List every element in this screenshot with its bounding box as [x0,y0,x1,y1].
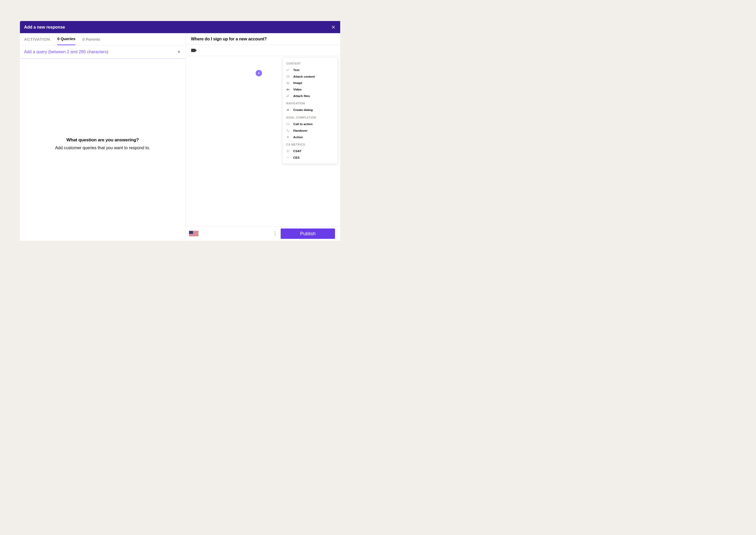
more-options-button[interactable] [274,230,277,237]
text-icon [286,68,290,72]
empty-heading: What question are you answering? [66,137,139,142]
popover-section-content: CONTENT [283,60,338,67]
svg-rect-26 [189,234,198,235]
popover-item-text[interactable]: Text [283,67,338,73]
tabs: ACTIVATION 0 Queries 0 Parents [20,33,186,45]
svg-point-19 [287,150,289,152]
popover-item-label: Call to action [293,122,312,126]
svg-point-15 [288,110,288,110]
video-icon [286,88,290,92]
popover-item-attach-content[interactable]: Attach content [283,73,338,80]
modal-title: Add a new response [24,25,65,30]
add-block-button[interactable] [256,70,262,76]
lightning-icon [286,135,290,139]
popover-item-cta[interactable]: Call to action [283,121,338,127]
popover-item-label: Attach files [293,94,310,98]
add-query-row [20,45,186,59]
empty-sub: Add customer queries that you want to re… [55,145,150,150]
svg-marker-4 [191,49,197,52]
response-body: CONTENT Text Attach content [186,56,340,227]
close-icon [331,25,336,29]
popover-item-action[interactable]: Action [283,134,338,140]
attach-content-icon [286,75,290,78]
popover-section-goal: GOAL COMPLETION [283,113,338,121]
svg-rect-12 [287,89,288,90]
tab-queries[interactable]: 0 Queries [57,37,76,45]
chart-line-icon [286,156,290,159]
locale-flag-us[interactable] [189,231,198,237]
popover-item-video[interactable]: Video [283,86,338,93]
tab-activation[interactable]: ACTIVATION [24,37,50,45]
plus-icon [177,50,181,53]
add-query-input[interactable] [24,49,177,55]
plus-icon [257,71,260,75]
svg-rect-28 [189,236,198,237]
popover-section-cx: CX METRICS [283,140,338,148]
popover-item-label: Create dialog [293,108,313,112]
popover-item-handover[interactable]: Handover [283,127,338,134]
add-query-button[interactable] [177,49,181,54]
tab-parents[interactable]: 0 Parents [82,37,100,45]
image-icon [286,81,290,85]
svg-rect-17 [287,123,288,125]
popover-item-label: Image [293,81,302,85]
svg-rect-10 [287,82,289,84]
right-panel: Where do I sign up for a new account? CO… [186,33,340,241]
dot-icon [275,233,276,234]
svg-rect-29 [189,231,193,234]
left-panel: ACTIVATION 0 Queries 0 Parents What ques… [20,33,186,241]
empty-state: What question are you answering? Add cus… [20,59,186,241]
popover-item-label: Attach content [293,75,315,78]
popover-item-label: Handover [293,129,307,132]
cta-icon [286,122,290,126]
phone-icon [286,129,290,132]
smile-icon [286,149,290,153]
chat-icon [286,108,290,112]
publish-button[interactable]: Publish [281,228,335,239]
dot-icon [275,231,276,232]
svg-marker-18 [287,136,289,138]
popover-item-label: CES [293,156,299,159]
svg-point-14 [287,110,288,110]
right-footer: Publish [186,227,340,241]
popover-item-ces[interactable]: CES [283,155,338,161]
close-button[interactable] [331,24,336,30]
modal-header: Add a new response [20,21,340,33]
svg-marker-13 [288,89,289,90]
popover-item-label: Video [293,88,302,91]
svg-point-20 [287,151,288,151]
popover-section-navigation: NAVIGATION [283,99,338,107]
svg-point-11 [287,83,288,83]
svg-point-21 [288,151,288,151]
popover-item-label: CSAT [293,149,301,153]
us-flag-icon [189,231,198,237]
tag-icon [191,48,197,52]
add-block-popover: CONTENT Text Attach content [283,58,338,164]
paperclip-icon [286,94,290,98]
svg-point-16 [288,110,288,110]
response-title: Where do I sign up for a new account? [191,37,335,42]
svg-rect-27 [189,235,198,236]
popover-item-attach-files[interactable]: Attach files [283,93,338,99]
label-row[interactable] [186,45,340,56]
dot-icon [275,235,276,236]
response-title-row: Where do I sign up for a new account? [186,33,340,45]
popover-item-label: Text [293,68,299,72]
popover-item-create-dialog[interactable]: Create dialog [283,107,338,113]
add-response-modal: Add a new response ACTIVATION 0 Queries … [20,21,340,241]
popover-item-image[interactable]: Image [283,80,338,86]
popover-item-label: Action [293,135,303,139]
popover-item-csat[interactable]: CSAT [283,148,338,155]
